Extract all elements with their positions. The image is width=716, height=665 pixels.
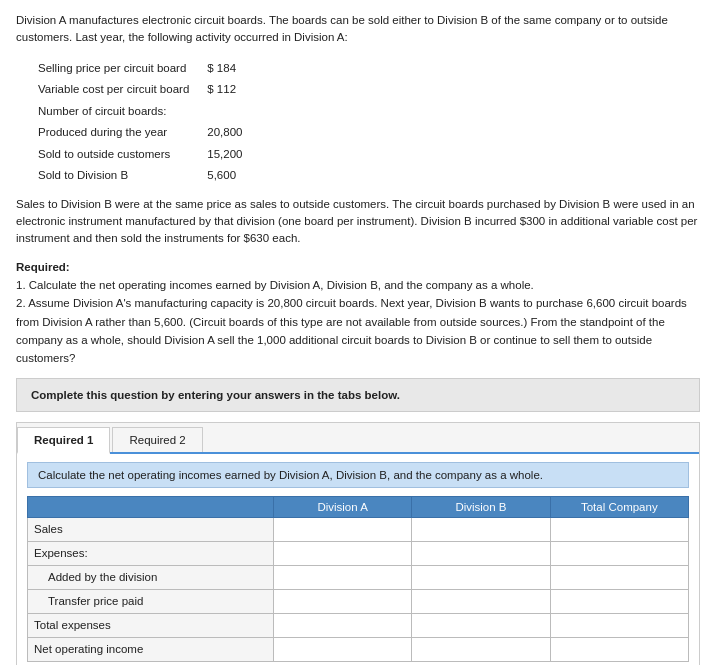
data-label-cell: Number of circuit boards: xyxy=(38,102,195,122)
input-total-row3[interactable] xyxy=(557,595,682,607)
tab-description: Calculate the net operating incomes earn… xyxy=(27,462,689,488)
input-division-a-row4[interactable] xyxy=(280,619,405,631)
input-division-b-row0[interactable] xyxy=(418,523,543,535)
data-value-cell xyxy=(197,102,248,122)
input-division-a-row3[interactable] xyxy=(280,595,405,607)
intro-paragraph1: Division A manufactures electronic circu… xyxy=(16,12,700,47)
col-header-division-b: Division B xyxy=(412,496,550,517)
input-division-a-row5[interactable] xyxy=(280,643,405,655)
table-row: Added by the division xyxy=(28,565,689,589)
input-division-a-row1[interactable] xyxy=(280,547,405,559)
input-division-b-row4[interactable] xyxy=(418,619,543,631)
input-cell-division-a-1[interactable] xyxy=(273,541,411,565)
input-cell-division-b-4[interactable] xyxy=(412,613,550,637)
tabs-header: Required 1 Required 2 xyxy=(17,423,699,454)
col-header-total: Total Company xyxy=(550,496,688,517)
data-table: Selling price per circuit board$ 184Vari… xyxy=(36,57,250,188)
required-section: Required: 1. Calculate the net operating… xyxy=(16,258,700,368)
input-division-a-row0[interactable] xyxy=(280,523,405,535)
req2-text: 2. Assume Division A's manufacturing cap… xyxy=(16,297,687,364)
input-division-b-row2[interactable] xyxy=(418,571,543,583)
input-cell-division-b-2[interactable] xyxy=(412,565,550,589)
intro-paragraph2: Sales to Division B were at the same pri… xyxy=(16,196,700,248)
input-division-b-row3[interactable] xyxy=(418,595,543,607)
row-label: Added by the division xyxy=(28,565,274,589)
input-cell-division-a-0[interactable] xyxy=(273,517,411,541)
input-cell-division-b-3[interactable] xyxy=(412,589,550,613)
data-label-cell: Variable cost per circuit board xyxy=(38,80,195,100)
table-row: Total expenses xyxy=(28,613,689,637)
answer-table: Division A Division B Total Company Sale… xyxy=(27,496,689,662)
table-row: Expenses: xyxy=(28,541,689,565)
table-row: Transfer price paid xyxy=(28,589,689,613)
data-value-cell: 15,200 xyxy=(197,145,248,165)
data-value-cell: $ 112 xyxy=(197,80,248,100)
input-division-a-row2[interactable] xyxy=(280,571,405,583)
input-division-b-row1[interactable] xyxy=(418,547,543,559)
input-cell-division-b-1[interactable] xyxy=(412,541,550,565)
input-cell-total-3[interactable] xyxy=(550,589,688,613)
data-label-cell: Produced during the year xyxy=(38,123,195,143)
row-label: Net operating income xyxy=(28,637,274,661)
req1-text: 1. Calculate the net operating incomes e… xyxy=(16,279,534,291)
tab-content: Calculate the net operating incomes earn… xyxy=(17,454,699,665)
data-label-cell: Selling price per circuit board xyxy=(38,59,195,79)
data-value-cell: 20,800 xyxy=(197,123,248,143)
input-total-row0[interactable] xyxy=(557,523,682,535)
input-cell-division-a-3[interactable] xyxy=(273,589,411,613)
input-cell-division-a-5[interactable] xyxy=(273,637,411,661)
input-cell-total-2[interactable] xyxy=(550,565,688,589)
row-label: Total expenses xyxy=(28,613,274,637)
input-cell-total-4[interactable] xyxy=(550,613,688,637)
table-row: Sales xyxy=(28,517,689,541)
input-total-row5[interactable] xyxy=(557,643,682,655)
input-cell-total-0[interactable] xyxy=(550,517,688,541)
row-label: Expenses: xyxy=(28,541,274,565)
data-value-cell: $ 184 xyxy=(197,59,248,79)
tab-required2[interactable]: Required 2 xyxy=(112,427,202,452)
input-cell-division-b-0[interactable] xyxy=(412,517,550,541)
tab-required1[interactable]: Required 1 xyxy=(17,427,110,454)
data-label-cell: Sold to Division B xyxy=(38,166,195,186)
input-cell-total-5[interactable] xyxy=(550,637,688,661)
row-label: Transfer price paid xyxy=(28,589,274,613)
input-cell-total-1[interactable] xyxy=(550,541,688,565)
input-total-row2[interactable] xyxy=(557,571,682,583)
col-header-empty xyxy=(28,496,274,517)
input-total-row1[interactable] xyxy=(557,547,682,559)
data-label-cell: Sold to outside customers xyxy=(38,145,195,165)
input-division-b-row5[interactable] xyxy=(418,643,543,655)
input-total-row4[interactable] xyxy=(557,619,682,631)
input-cell-division-b-5[interactable] xyxy=(412,637,550,661)
question-box: Complete this question by entering your … xyxy=(16,378,700,412)
data-value-cell: 5,600 xyxy=(197,166,248,186)
row-label: Sales xyxy=(28,517,274,541)
tabs-container: Required 1 Required 2 Calculate the net … xyxy=(16,422,700,665)
input-cell-division-a-2[interactable] xyxy=(273,565,411,589)
input-cell-division-a-4[interactable] xyxy=(273,613,411,637)
table-row: Net operating income xyxy=(28,637,689,661)
required-label: Required: xyxy=(16,261,70,273)
col-header-division-a: Division A xyxy=(273,496,411,517)
